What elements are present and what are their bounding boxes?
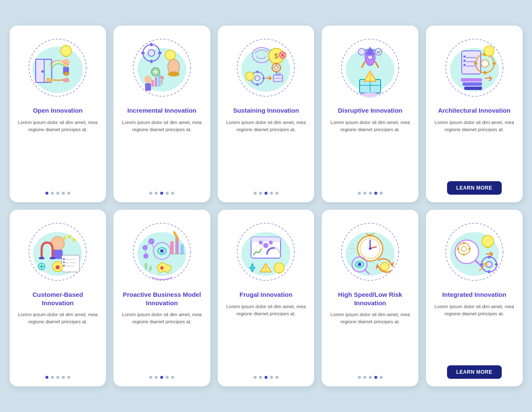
svg-rect-87 xyxy=(461,78,482,82)
cards-grid: Open Innovation Lorem ipsum dolor sit di… xyxy=(10,26,523,386)
svg-rect-173 xyxy=(463,254,465,256)
svg-rect-73 xyxy=(462,51,481,74)
card-high-speed-low-risk-innovation: High Speed/Low Risk Innovation Lorem ips… xyxy=(322,210,418,386)
svg-rect-83 xyxy=(484,71,486,74)
svg-rect-116 xyxy=(170,241,174,254)
card-title: Open Innovation xyxy=(33,106,82,115)
svg-rect-30 xyxy=(158,74,161,87)
card-proactive-business-model-innovation: Proactive Business Model Innovation Lore… xyxy=(114,210,210,386)
card-text: Lorem ipsum dolor sit dim amet, mea regi… xyxy=(433,119,516,176)
svg-rect-100 xyxy=(62,255,79,272)
card-title: Disruptive Innovation xyxy=(338,106,402,115)
dot xyxy=(254,192,257,195)
dot xyxy=(56,376,59,379)
svg-point-70 xyxy=(363,92,378,98)
svg-point-115 xyxy=(160,249,164,253)
svg-rect-180 xyxy=(488,270,490,273)
svg-rect-179 xyxy=(488,256,490,259)
card-title: Customer-Based Innovation xyxy=(16,291,100,307)
card-dots xyxy=(358,192,383,195)
svg-rect-106 xyxy=(63,265,65,267)
dot xyxy=(374,192,377,195)
svg-point-90 xyxy=(484,46,494,56)
card-title: Sustaining Innovation xyxy=(233,106,299,115)
dot xyxy=(265,376,267,379)
svg-rect-89 xyxy=(464,87,482,90)
svg-rect-41 xyxy=(257,71,258,73)
svg-text:$: $ xyxy=(275,53,278,60)
dot xyxy=(149,376,152,379)
card-dots xyxy=(149,376,174,379)
illustration-frugal-innovation xyxy=(232,218,299,285)
dot xyxy=(270,376,273,379)
svg-point-65 xyxy=(370,79,371,80)
svg-point-22 xyxy=(168,71,180,77)
card-sustaining-innovation: $ xyxy=(218,26,315,202)
card-title: Frugal Innovation xyxy=(240,291,293,299)
svg-rect-84 xyxy=(474,62,477,65)
illustration-disruptive-innovation xyxy=(336,34,404,101)
svg-point-171 xyxy=(461,246,466,251)
dot xyxy=(155,192,158,195)
svg-rect-17 xyxy=(150,60,153,63)
dot xyxy=(265,192,267,195)
card-text: Lorem ipsum dolor sit dim amet, mea regi… xyxy=(433,303,516,360)
svg-point-68 xyxy=(358,48,365,55)
svg-rect-28 xyxy=(151,80,154,87)
dot xyxy=(171,192,174,195)
svg-rect-78 xyxy=(463,60,466,62)
learn-more-button-2[interactable]: LEARN MORE xyxy=(447,365,502,379)
svg-rect-79 xyxy=(463,64,466,66)
svg-rect-51 xyxy=(276,63,277,64)
svg-point-178 xyxy=(486,261,492,267)
card-open-innovation: Open Innovation Lorem ipsum dolor sit di… xyxy=(10,26,106,202)
svg-text:★: ★ xyxy=(71,236,77,243)
svg-rect-105 xyxy=(63,261,65,263)
dot xyxy=(67,376,70,379)
dot xyxy=(363,376,366,379)
dot xyxy=(259,376,262,379)
svg-rect-44 xyxy=(262,77,265,79)
dot xyxy=(166,376,169,379)
card-title: Architectural Innovation xyxy=(438,106,511,115)
dot xyxy=(51,192,54,195)
card-text: Lorem ipsum dolor sit dim amet, mea regi… xyxy=(328,119,412,186)
card-text: Lorem ipsum dolor sit dim amet, mea regi… xyxy=(225,119,308,186)
card-customer-based-innovation: ★ ★ ★ xyxy=(10,210,106,386)
svg-point-4 xyxy=(41,70,44,73)
illustration-open-innovation xyxy=(24,34,91,101)
dot xyxy=(45,376,48,379)
svg-rect-54 xyxy=(280,67,281,69)
card-text: Lorem ipsum dolor sit dim amet, mea regi… xyxy=(16,119,100,186)
svg-point-152 xyxy=(369,247,371,250)
svg-point-15 xyxy=(148,50,155,56)
card-text: Lorem ipsum dolor sit dim amet, mea regi… xyxy=(225,303,308,370)
svg-point-20 xyxy=(165,50,175,60)
svg-rect-19 xyxy=(158,52,161,54)
learn-more-button[interactable]: LEARN MORE xyxy=(447,181,502,195)
dot xyxy=(369,376,372,379)
dot xyxy=(380,376,383,379)
svg-rect-118 xyxy=(180,244,184,254)
card-dots xyxy=(45,376,70,379)
card-incremental-innovation: Incremental Innovation Lorem ipsum dolor… xyxy=(114,26,210,202)
svg-rect-172 xyxy=(463,242,465,244)
svg-point-5 xyxy=(46,78,53,82)
svg-point-40 xyxy=(255,76,260,81)
card-title: High Speed/Low Risk Innovation xyxy=(328,291,412,307)
dot xyxy=(275,376,278,379)
card-text: Lorem ipsum dolor sit dim amet, mea regi… xyxy=(120,311,204,370)
svg-rect-153 xyxy=(368,234,372,236)
svg-rect-182 xyxy=(495,264,498,266)
dot xyxy=(171,376,174,379)
dot xyxy=(270,192,273,195)
dot xyxy=(62,192,65,195)
card-dots xyxy=(254,192,278,195)
svg-point-81 xyxy=(481,60,489,67)
illustration-proactive-business-model-innovation xyxy=(128,218,196,285)
dot xyxy=(67,192,70,195)
svg-point-48 xyxy=(246,72,254,80)
svg-rect-77 xyxy=(463,55,466,58)
dot xyxy=(380,192,383,195)
card-integrated-innovation: Integrated Innovation Lorem ipsum dolor … xyxy=(426,210,523,386)
